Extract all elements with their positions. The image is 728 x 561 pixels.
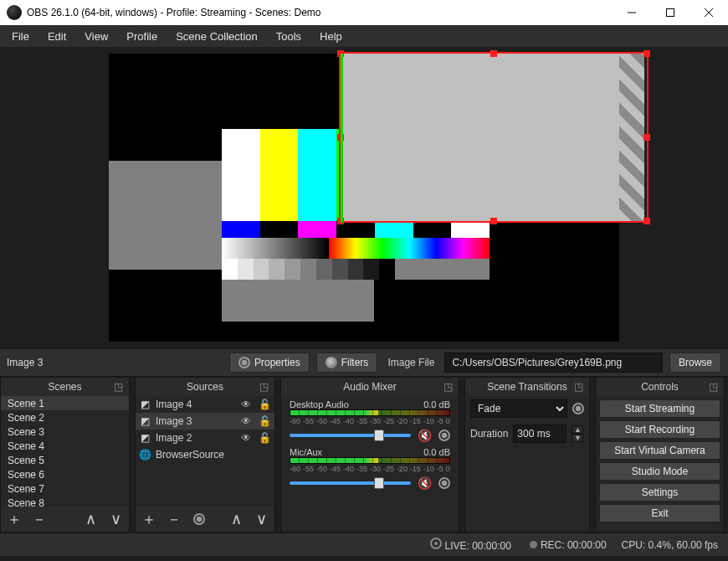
source-move-up-button[interactable]: ∧ (228, 511, 244, 528)
source-row[interactable]: ◩ Image 4 👁 🔓 (136, 396, 274, 413)
mixer-header: Audio Mixer (343, 381, 396, 393)
visibility-toggle[interactable]: 👁 (239, 399, 253, 410)
close-button[interactable] (690, 0, 728, 25)
audio-meter (290, 457, 450, 464)
controls-header: Controls (641, 381, 679, 393)
record-dot-icon (530, 541, 537, 548)
exit-button[interactable]: Exit (599, 504, 720, 522)
selection-outline[interactable] (339, 52, 649, 223)
transitions-header: Scene Transitions (487, 381, 567, 393)
menu-scene-collection[interactable]: Scene Collection (167, 27, 266, 46)
properties-button[interactable]: Properties (229, 353, 310, 373)
studio-mode-button[interactable]: Studio Mode (599, 462, 720, 481)
channel-settings-icon[interactable] (438, 477, 450, 489)
maximize-button[interactable] (651, 0, 690, 25)
status-cpu: CPU: 0.4%, 60.00 fps (622, 539, 718, 551)
source-row[interactable]: 🌐 BrowserSource (136, 446, 274, 463)
menu-edit[interactable]: Edit (39, 27, 74, 46)
menu-file[interactable]: File (3, 27, 38, 46)
lock-toggle[interactable]: 🔓 (258, 399, 271, 410)
add-scene-button[interactable]: ＋ (6, 511, 23, 528)
transition-settings-icon[interactable] (572, 403, 584, 414)
scenes-header: Scenes (48, 381, 81, 393)
slider-thumb[interactable] (374, 477, 384, 489)
popout-icon[interactable]: ◳ (443, 381, 455, 393)
browse-button[interactable]: Browse (669, 353, 721, 373)
scene-move-down-button[interactable]: ∨ (107, 511, 124, 528)
settings-button[interactable]: Settings (599, 483, 720, 502)
mixer-channel: Mic/Aux0.0 dB -60-55-50-45-40-35-30-25-2… (281, 444, 459, 492)
add-source-button[interactable]: ＋ (141, 511, 157, 528)
sources-header: Sources (187, 381, 223, 393)
app-icon (7, 5, 22, 20)
minimize-button[interactable] (613, 0, 651, 25)
audio-meter (290, 409, 450, 416)
popout-icon[interactable]: ◳ (259, 381, 271, 393)
source-row[interactable]: ◩ Image 3 👁 🔓 (136, 413, 274, 430)
transitions-panel: Scene Transitions◳ Fade Duration ▲▼ (464, 377, 590, 533)
scene-row[interactable]: Scene 5 (1, 453, 129, 467)
preview-source-image2[interactable] (109, 161, 222, 270)
visibility-toggle[interactable]: 👁 (239, 432, 253, 444)
status-bar: LIVE: 00:00:00 REC: 00:00:00 CPU: 0.4%, … (0, 533, 728, 556)
scene-row[interactable]: Scene 2 (1, 410, 129, 425)
channel-settings-icon[interactable] (438, 430, 450, 441)
image-icon: ◩ (139, 399, 151, 410)
volume-slider[interactable] (290, 434, 411, 437)
image-file-input[interactable] (444, 353, 663, 373)
remove-source-button[interactable]: － (166, 511, 182, 528)
source-properties-button[interactable] (191, 511, 208, 528)
preview-canvas[interactable] (109, 54, 619, 342)
popout-icon[interactable]: ◳ (574, 381, 586, 393)
menu-profile[interactable]: Profile (118, 27, 166, 46)
start-recording-button[interactable]: Start Recording (599, 420, 720, 439)
transition-select[interactable]: Fade (470, 399, 567, 418)
source-row[interactable]: ◩ Image 2 👁 🔓 (136, 430, 274, 446)
scene-row[interactable]: Scene 1 (1, 396, 129, 410)
start-virtual-camera-button[interactable]: Start Virtual Camera (599, 441, 720, 460)
gear-icon (193, 513, 205, 525)
status-rec: REC: 00:00:00 (541, 539, 607, 551)
scenes-list[interactable]: Scene 1 Scene 2 Scene 3 Scene 4 Scene 5 … (1, 396, 129, 507)
menu-view[interactable]: View (76, 27, 116, 46)
scene-row[interactable]: Scene 7 (1, 481, 129, 496)
scene-row[interactable]: Scene 6 (1, 467, 129, 481)
popout-icon[interactable]: ◳ (114, 381, 126, 393)
visibility-toggle[interactable]: 👁 (239, 415, 253, 427)
source-move-down-button[interactable]: ∨ (253, 511, 269, 528)
volume-slider[interactable] (290, 481, 411, 485)
lock-toggle[interactable]: 🔓 (258, 415, 271, 427)
broadcast-icon (430, 538, 442, 549)
channel-name: Mic/Aux (290, 447, 322, 457)
sources-list[interactable]: ◩ Image 4 👁 🔓 ◩ Image 3 👁 🔓 ◩ Image 2 👁 … (136, 396, 274, 507)
remove-scene-button[interactable]: － (31, 511, 48, 528)
mute-button[interactable]: 🔇 (418, 476, 432, 490)
meter-ticks: -60-55-50-45-40-35-30-25-20-15-10-50 (290, 465, 450, 473)
window-title: OBS 26.1.0 (64-bit, windows) - Profile: … (27, 7, 613, 18)
selected-source-label: Image 3 (7, 357, 223, 368)
controls-panel: Controls◳ Start Streaming Start Recordin… (595, 377, 725, 533)
menu-help[interactable]: Help (311, 27, 351, 46)
svg-rect-1 (667, 9, 674, 17)
popout-icon[interactable]: ◳ (709, 381, 720, 393)
scene-row[interactable]: Scene 4 (1, 439, 129, 453)
selection-edge-guide (341, 54, 343, 223)
slider-thumb[interactable] (374, 430, 384, 441)
duration-spinner[interactable]: ▲▼ (572, 425, 583, 442)
mute-button[interactable]: 🔇 (418, 429, 432, 442)
scene-row[interactable]: Scene 8 (1, 496, 129, 507)
lock-toggle[interactable]: 🔓 (258, 432, 271, 444)
duration-input[interactable] (513, 425, 567, 443)
channel-level: 0.0 dB (423, 447, 450, 457)
filters-button[interactable]: Filters (316, 353, 378, 373)
start-streaming-button[interactable]: Start Streaming (599, 399, 720, 418)
status-live: LIVE: 00:00:00 (444, 540, 510, 552)
scene-move-up-button[interactable]: ∧ (82, 511, 99, 528)
scene-row[interactable]: Scene 3 (1, 425, 129, 439)
menu-tools[interactable]: Tools (268, 27, 310, 46)
menubar: File Edit View Profile Scene Collection … (0, 25, 728, 47)
preview-area[interactable] (0, 47, 728, 348)
globe-icon: 🌐 (139, 449, 151, 461)
image-icon: ◩ (139, 432, 151, 444)
channel-name: Desktop Audio (290, 399, 349, 409)
